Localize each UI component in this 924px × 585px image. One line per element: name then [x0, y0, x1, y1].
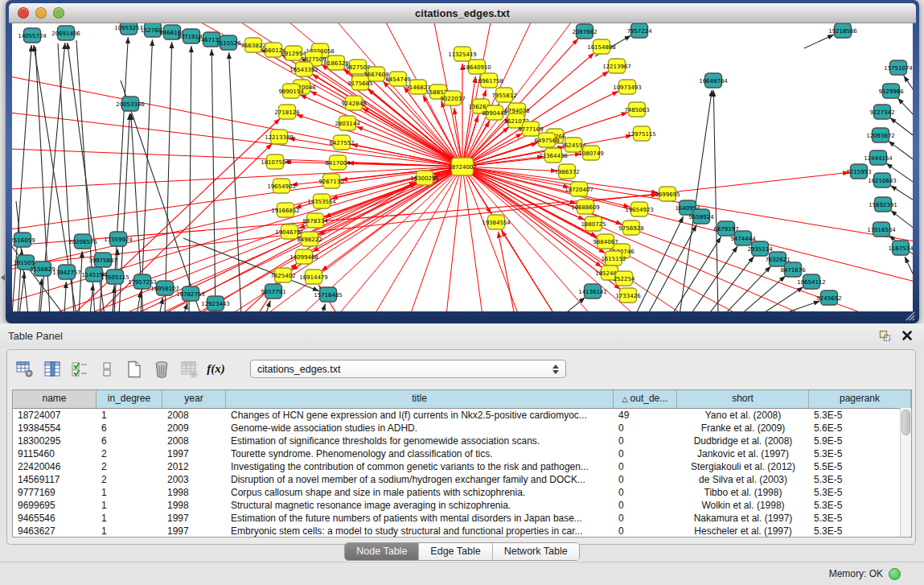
table-row[interactable]: 911546021997Tourette syndrome. Phenomeno…	[13, 447, 911, 460]
cell-year[interactable]: 2003	[162, 473, 226, 486]
cell-name[interactable]: 22420046	[13, 460, 97, 473]
graph-node[interactable]: 13942757	[52, 265, 81, 279]
scrollbar-thumb[interactable]	[901, 410, 910, 435]
cell-title[interactable]: Disruption of a novel member of a sodium…	[226, 473, 614, 486]
graph-node[interactable]: 12975115	[627, 126, 656, 141]
cell-pagerank[interactable]: 5.3E-5	[809, 525, 911, 538]
cell-in_degree[interactable]: 1	[97, 499, 162, 512]
float-panel-button[interactable]	[877, 328, 892, 343]
graph-node[interactable]: 8215953	[846, 164, 871, 179]
cell-name[interactable]: 9115460	[13, 447, 97, 460]
cell-short[interactable]: Franke et al. (2009)	[677, 422, 809, 435]
tab-node-table[interactable]: Node Table	[345, 543, 418, 560]
cell-pagerank[interactable]: 5.6E-5	[809, 422, 911, 435]
cell-title[interactable]: Structural magnetic resonance image aver…	[226, 499, 614, 512]
cell-name[interactable]: 9699695	[13, 499, 97, 512]
column-header-title[interactable]: title	[226, 390, 614, 408]
cell-name[interactable]: 19384554	[13, 422, 97, 435]
cell-in_degree[interactable]: 6	[97, 422, 162, 435]
graph-node[interactable]: 15751074	[884, 60, 913, 75]
cell-name[interactable]: 9463627	[13, 525, 97, 538]
graph-node[interactable]: 16961758	[474, 73, 503, 88]
cell-in_degree[interactable]: 1	[97, 512, 162, 525]
cell-year[interactable]: 1997	[162, 525, 226, 538]
cell-short[interactable]: Yano et al. (2008)	[677, 409, 809, 422]
cell-out_degree[interactable]: 0	[614, 525, 677, 538]
column-header-year[interactable]: year	[162, 390, 226, 408]
cell-year[interactable]: 2012	[162, 460, 226, 473]
column-select-button[interactable]	[68, 358, 90, 380]
graph-node[interactable]: 14136141	[578, 284, 607, 299]
cell-pagerank[interactable]: 5.9E-5	[809, 435, 911, 447]
graph-node[interactable]: 12213967	[602, 59, 631, 73]
graph-hub-node[interactable]: 18724007	[448, 158, 477, 175]
window-titlebar[interactable]: citations_edges.txt	[9, 3, 916, 23]
cell-title[interactable]: Tourette syndrome. Phenomenology and cla…	[226, 447, 614, 460]
cell-short[interactable]: de Silva et al. (2003)	[677, 473, 809, 486]
cell-pagerank[interactable]: 5.3E-5	[809, 409, 911, 422]
cell-pagerank[interactable]: 5.3E-5	[809, 512, 911, 525]
table-scrollbar[interactable]	[900, 408, 911, 537]
table-row[interactable]: 1938455462009Genome-wide association stu…	[13, 422, 911, 435]
cell-title[interactable]: Changes of HCN gene expression and I(f) …	[226, 409, 614, 422]
graph-node[interactable]: 20691406	[51, 26, 80, 40]
function-builder-button[interactable]: f(x)	[205, 358, 227, 380]
cell-in_degree[interactable]: 6	[97, 435, 162, 447]
cell-out_degree[interactable]: 0	[614, 512, 677, 525]
column-header-name[interactable]: name	[13, 390, 97, 408]
cell-out_degree[interactable]: 0	[614, 435, 677, 447]
cell-year[interactable]: 2009	[162, 422, 226, 435]
cell-pagerank[interactable]: 5.3E-5	[809, 473, 911, 486]
graph-node[interactable]: 8417004	[325, 155, 351, 170]
graph-node[interactable]: 7515526	[216, 35, 241, 50]
cell-short[interactable]: Nakamura et al. (1997)	[677, 512, 809, 525]
tab-edge-table[interactable]: Edge Table	[418, 543, 491, 560]
cell-in_degree[interactable]: 2	[97, 447, 162, 460]
graph-node[interactable]: 2803144	[335, 116, 360, 130]
graph-node[interactable]: 17359924	[104, 232, 133, 246]
cell-name[interactable]: 18724007	[13, 409, 97, 422]
tab-network-table[interactable]: Network Table	[492, 543, 579, 560]
graph-node[interactable]: 7986372	[554, 164, 579, 179]
graph-node[interactable]: 9245652	[816, 290, 841, 305]
table-row[interactable]: 1872400712008Changes of HCN gene express…	[13, 409, 911, 422]
sidebar-collapse-arrow-icon[interactable]	[1, 274, 5, 281]
cell-out_degree[interactable]: 0	[614, 486, 677, 499]
rows-button[interactable]	[96, 358, 117, 380]
graph-node[interactable]: 9657791	[261, 284, 285, 299]
cell-title[interactable]: Investigating the contribution of common…	[226, 460, 614, 473]
memory-ok-indicator[interactable]	[889, 568, 901, 580]
table-row[interactable]: 2242004622012Investigating the contribut…	[13, 460, 911, 473]
graph-node[interactable]: 19654903	[267, 179, 296, 193]
cell-name[interactable]: 9777169	[13, 486, 97, 499]
delete-table-button[interactable]	[178, 358, 199, 380]
cell-out_degree[interactable]: 0	[614, 447, 677, 460]
cell-short[interactable]: Hescheler et al. (1997)	[677, 525, 809, 538]
graph-node[interactable]: 1733426	[615, 288, 641, 303]
graph-node[interactable]: 19384554	[482, 215, 511, 229]
cell-in_degree[interactable]: 1	[97, 525, 162, 538]
cell-short[interactable]: Dudbridge et al. (2008)	[677, 435, 809, 447]
cell-in_degree[interactable]: 1	[97, 409, 162, 422]
column-visibility-button[interactable]	[41, 358, 63, 380]
table-row[interactable]: 1456911722003Disruption of a novel membe…	[13, 473, 911, 486]
cell-short[interactable]: Jankovic et al. (1997)	[677, 447, 809, 460]
graph-node[interactable]: 10654112	[797, 274, 826, 289]
cell-year[interactable]: 1997	[162, 512, 226, 525]
cell-name[interactable]: 14569117	[13, 473, 97, 486]
graph-node[interactable]: 1880725	[581, 216, 606, 231]
graph-node[interactable]: 12093872	[866, 128, 895, 142]
cell-short[interactable]: Tibbo et al. (1998)	[677, 486, 809, 499]
network-canvas[interactable]: 1872400718300295193845541405572420691406…	[12, 23, 913, 311]
graph-node[interactable]: 15716485	[314, 287, 343, 302]
cell-year[interactable]: 1998	[162, 486, 226, 499]
cell-name[interactable]: 9465546	[13, 512, 97, 525]
graph-node[interactable]: 2516059	[12, 233, 35, 247]
graph-node[interactable]: 39975887	[88, 253, 117, 267]
graph-node[interactable]: 16210643	[868, 173, 897, 187]
close-panel-button[interactable]	[900, 328, 914, 343]
cell-in_degree[interactable]: 1	[97, 486, 162, 499]
create-column-button[interactable]	[123, 358, 145, 380]
cell-pagerank[interactable]: 5.3E-5	[809, 447, 911, 460]
cell-out_degree[interactable]: 0	[614, 473, 677, 486]
